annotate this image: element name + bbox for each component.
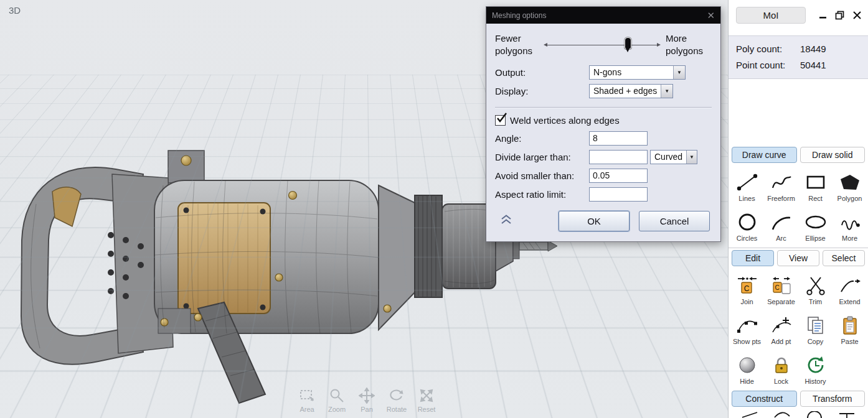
ok-button[interactable]: OK [559, 211, 630, 231]
tool-lock[interactable]: Lock [764, 347, 798, 387]
tool-label: Join [740, 298, 753, 305]
zoom-tool[interactable]: Zoom [324, 385, 350, 413]
tool-arc[interactable]: Arc [764, 204, 798, 244]
close-icon[interactable]: ✕ [707, 11, 715, 20]
area-tool[interactable]: Area [294, 385, 320, 413]
tool-rect[interactable]: Rect [798, 164, 833, 204]
tab-draw-solid[interactable]: Draw solid [800, 147, 866, 163]
tab-construct[interactable]: Construct [732, 391, 797, 407]
dialog-separator [495, 107, 712, 108]
tool-show-pts[interactable]: Show pts [730, 307, 764, 347]
sidebar: MoI Poly count: 18449 Point count: 50441 [729, 0, 868, 418]
tool-label: Paste [841, 338, 858, 345]
tab-draw-curve[interactable]: Draw curve [732, 147, 797, 163]
tab-select[interactable]: Select [823, 250, 865, 266]
tool-label: Lock [774, 378, 788, 385]
chevron-down-icon[interactable]: ▼ [686, 151, 697, 164]
tool-separate[interactable]: C Separate [764, 267, 798, 307]
output-dropdown[interactable]: N-gons ▼ [589, 65, 686, 80]
more-icon [839, 210, 861, 234]
display-dropdown[interactable]: Shaded + edges ▼ [589, 84, 673, 98]
window-controls [819, 11, 862, 20]
zoom-icon [329, 385, 345, 404]
tool-extend[interactable]: Extend [833, 267, 867, 307]
tool-label: Ellipse [805, 235, 825, 242]
collapse-chevrons-icon[interactable] [499, 214, 514, 228]
tool-freeform[interactable]: Freeform [764, 164, 798, 204]
polygon-density-slider[interactable] [544, 35, 661, 54]
poly-count-row: Poly count: 18449 [736, 41, 868, 57]
pan-label: Pan [361, 406, 373, 413]
tool-copy[interactable]: Copy [798, 307, 833, 347]
poly-count-value: 18449 [800, 41, 826, 57]
weld-vertices-checkbox[interactable] [495, 115, 506, 126]
chevron-down-icon[interactable]: ▼ [661, 85, 672, 98]
restore-icon[interactable] [835, 11, 844, 20]
tool-label: History [804, 378, 826, 385]
tool-label: Rect [808, 195, 823, 202]
angle-input[interactable] [589, 131, 648, 146]
tool-paste[interactable]: Paste [833, 307, 867, 347]
tool-more[interactable]: More [833, 204, 867, 244]
minimize-icon[interactable] [819, 11, 827, 19]
avoid-smaller-input[interactable] [589, 169, 648, 183]
reset-tool[interactable]: Reset [413, 385, 440, 413]
divide-larger-input[interactable] [589, 150, 648, 164]
tool-label: Arc [776, 235, 786, 242]
slider-handle[interactable] [625, 37, 631, 49]
more-polygons-label: More polygons [666, 32, 712, 58]
aspect-ratio-input[interactable] [589, 187, 648, 202]
tool-ellipse[interactable]: Ellipse [798, 204, 833, 244]
rotate-icon [389, 385, 405, 404]
section-divider [729, 248, 868, 248]
tool-history[interactable]: History [798, 347, 833, 387]
lock-icon [770, 353, 793, 377]
pan-icon [359, 385, 375, 404]
chevron-down-icon[interactable]: ▼ [673, 66, 685, 79]
tool-label: Polygon [837, 195, 862, 202]
divide-unit-dropdown[interactable]: Curved ▼ [650, 150, 697, 164]
tab-edit[interactable]: Edit [732, 250, 774, 266]
circles-icon [736, 210, 758, 234]
tool-label: Extend [839, 298, 860, 305]
svg-text:C: C [775, 284, 779, 291]
checkmark-icon [496, 113, 509, 125]
output-value: N-gons [590, 66, 673, 79]
cancel-button[interactable]: Cancel [639, 211, 710, 231]
tool-trim[interactable]: Trim [798, 267, 833, 307]
rotate-tool[interactable]: Rotate [384, 385, 410, 413]
area-label: Area [300, 406, 314, 413]
tool-circles[interactable]: Circles [730, 204, 764, 244]
pan-tool[interactable]: Pan [354, 385, 380, 413]
tool-add-pt[interactable]: Add pt [764, 307, 798, 347]
avoid-smaller-label: Avoid smaller than: [495, 170, 589, 181]
rotate-label: Rotate [387, 406, 407, 413]
tool-label: Separate [767, 298, 795, 305]
mesh-stats-panel: Poly count: 18449 Point count: 50441 [729, 35, 868, 79]
tool-label: Lines [738, 195, 755, 202]
close-icon[interactable] [852, 11, 862, 20]
separate-icon: C [770, 274, 793, 297]
edit-tools-grid: C Join C Separate [730, 267, 867, 387]
weld-vertices-label: Weld vertices along edges [510, 115, 620, 126]
app-title-button[interactable]: MoI [736, 7, 806, 24]
tool-join[interactable]: C Join [730, 267, 764, 307]
tool-label: Trim [809, 298, 823, 305]
arc-icon [770, 210, 793, 234]
slider-track[interactable] [545, 45, 659, 45]
add-pt-icon [770, 314, 793, 337]
view-nav-toolbar: Area Zoom Pan [294, 385, 440, 413]
poly-count-label: Poly count: [736, 41, 800, 57]
dialog-titlebar[interactable]: Meshing options ✕ [486, 7, 720, 24]
tool-label: More [842, 235, 857, 242]
tab-view[interactable]: View [777, 250, 819, 266]
fewer-polygons-label: Fewer polygons [495, 32, 539, 58]
tool-polygon[interactable]: Polygon [833, 164, 867, 204]
tool-label: Circles [737, 235, 758, 242]
tab-transform[interactable]: Transform [800, 391, 866, 407]
zoom-label: Zoom [328, 406, 346, 413]
tool-hide[interactable]: Hide [730, 347, 764, 387]
ellipse-icon [804, 210, 828, 234]
construct-tools-partial [734, 411, 863, 418]
tool-lines[interactable]: Lines [730, 164, 764, 204]
